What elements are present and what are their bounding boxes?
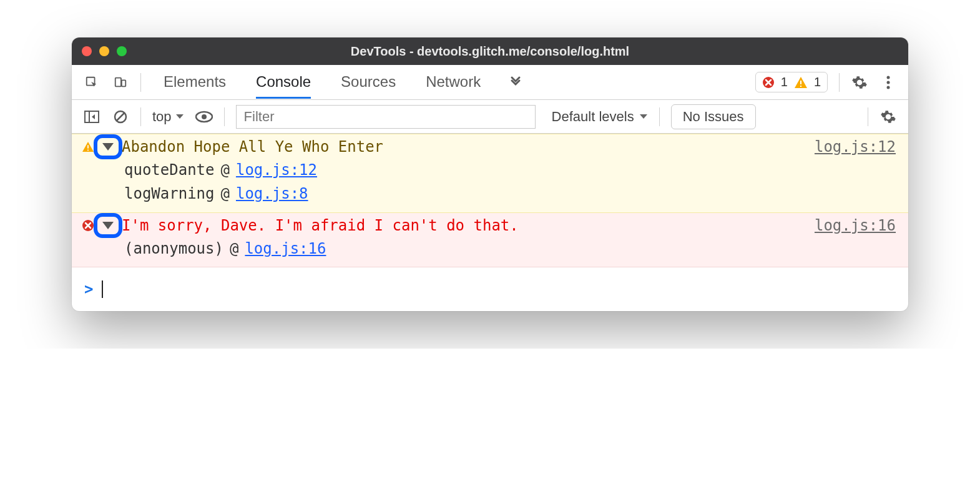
chevron-down-icon — [639, 114, 648, 120]
live-expression-icon[interactable] — [195, 108, 213, 126]
separator — [868, 107, 868, 126]
stack-at: @ — [221, 182, 230, 206]
svg-point-12 — [202, 114, 207, 119]
stack-frame: logWarning @ log.js:8 — [124, 182, 896, 206]
window-title: DevTools - devtools.glitch.me/console/lo… — [351, 44, 629, 59]
close-window-button[interactable] — [82, 46, 92, 56]
error-icon — [82, 219, 94, 232]
separator — [224, 107, 225, 126]
filter-input[interactable] — [236, 105, 536, 129]
stack-function: quoteDante — [124, 158, 215, 182]
devtools-window: DevTools - devtools.glitch.me/console/lo… — [72, 37, 908, 311]
console-toolbar: top Default levels No Issues — [72, 100, 908, 134]
warning-icon — [82, 141, 94, 152]
zoom-window-button[interactable] — [117, 46, 127, 56]
expand-toggle[interactable] — [99, 138, 117, 156]
text-cursor — [102, 280, 103, 298]
sidebar-toggle-icon[interactable] — [83, 108, 100, 126]
console-settings-gear-icon[interactable] — [880, 108, 897, 126]
tab-network[interactable]: Network — [426, 66, 481, 99]
settings-gear-icon[interactable] — [851, 74, 868, 91]
stack-function: logWarning — [124, 182, 215, 206]
main-tab-row: Elements Console Sources Network 1 1 — [72, 65, 908, 100]
context-selector[interactable]: top — [152, 109, 184, 125]
console-message-error: I'm sorry, Dave. I'm afraid I can't do t… — [72, 213, 908, 267]
stack-frame: (anonymous) @ log.js:16 — [124, 237, 896, 260]
stack-trace: quoteDante @ log.js:12 logWarning @ log.… — [124, 158, 896, 206]
error-icon — [762, 76, 775, 89]
separator — [659, 107, 660, 126]
levels-label: Default levels — [552, 109, 634, 125]
stack-source-link[interactable]: log.js:8 — [236, 182, 308, 206]
console-prompt[interactable]: > — [72, 267, 908, 311]
separator — [140, 107, 141, 126]
issues-button[interactable]: No Issues — [671, 104, 756, 129]
traffic-lights — [82, 46, 127, 56]
source-link[interactable]: log.js:16 — [815, 217, 896, 234]
more-tabs-icon[interactable] — [507, 74, 524, 91]
message-text: Abandon Hope All Ye Who Enter — [122, 138, 383, 156]
message-text: I'm sorry, Dave. I'm afraid I can't do t… — [122, 217, 519, 234]
svg-rect-1 — [115, 77, 121, 86]
device-toggle-icon[interactable] — [112, 74, 129, 91]
chevron-down-icon — [102, 143, 114, 151]
svg-point-8 — [887, 86, 890, 89]
stack-trace: (anonymous) @ log.js:16 — [124, 237, 896, 260]
clear-console-icon[interactable] — [112, 108, 129, 126]
separator — [140, 73, 141, 92]
titlebar: DevTools - devtools.glitch.me/console/lo… — [72, 37, 908, 65]
stack-function: (anonymous) — [124, 237, 223, 260]
chevron-down-icon — [102, 222, 114, 229]
stack-source-link[interactable]: log.js:16 — [245, 237, 326, 260]
stack-at: @ — [230, 237, 238, 260]
context-label: top — [152, 109, 172, 125]
svg-rect-2 — [122, 80, 125, 86]
source-link[interactable]: log.js:12 — [815, 138, 896, 156]
error-warning-badge[interactable]: 1 1 — [755, 72, 828, 92]
minimize-window-button[interactable] — [99, 46, 109, 56]
tabs: Elements Console Sources Network — [164, 66, 481, 99]
stack-source-link[interactable]: log.js:12 — [236, 158, 317, 182]
warning-count: 1 — [814, 75, 821, 89]
inspect-element-icon[interactable] — [83, 74, 100, 91]
separator — [839, 73, 840, 92]
console-message-warning: Abandon Hope All Ye Who Enter log.js:12 … — [72, 134, 908, 213]
error-count: 1 — [781, 75, 788, 89]
log-levels-selector[interactable]: Default levels — [552, 109, 648, 125]
svg-rect-4 — [800, 81, 801, 84]
prompt-symbol: > — [84, 280, 93, 298]
tab-elements[interactable]: Elements — [164, 66, 226, 99]
kebab-menu-icon[interactable] — [880, 74, 897, 91]
warning-icon — [794, 76, 808, 89]
tab-console[interactable]: Console — [256, 66, 311, 99]
tab-sources[interactable]: Sources — [341, 66, 396, 99]
stack-frame: quoteDante @ log.js:12 — [124, 158, 896, 182]
svg-rect-14 — [87, 150, 89, 151]
svg-rect-13 — [87, 145, 89, 148]
expand-toggle[interactable] — [99, 217, 117, 234]
svg-rect-5 — [800, 86, 801, 87]
chevron-down-icon — [175, 114, 184, 120]
svg-point-6 — [887, 76, 890, 79]
stack-at: @ — [221, 158, 230, 182]
svg-point-7 — [887, 81, 890, 84]
